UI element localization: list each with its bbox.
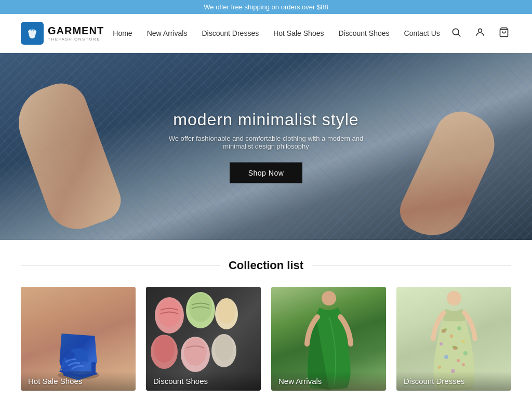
nav-hot-sale-shoes[interactable]: Hot Sale Shoes: [273, 29, 324, 37]
announcement-text: We offer free shipping on orders over $8…: [204, 3, 328, 11]
logo-text: GARMENT THEFASHIONSTORE: [48, 25, 104, 42]
svg-point-11: [189, 293, 212, 322]
search-icon: [451, 27, 461, 37]
svg-point-31: [438, 366, 441, 369]
nav-contact-us[interactable]: Contact Us: [404, 29, 440, 37]
nav-discount-shoes[interactable]: Discount Shoes: [338, 29, 389, 37]
sandals-icon: [146, 292, 240, 378]
card-label-hot-sale-shoes: Hot Sale Shoes: [21, 371, 136, 391]
hero-subtitle: We offer fashionable and comfortable clo…: [162, 135, 370, 150]
collection-card-new-arrivals[interactable]: New Arrivals: [271, 287, 386, 391]
svg-point-21: [447, 291, 461, 305]
nav-home[interactable]: Home: [113, 29, 132, 37]
main-nav: Home New Arrivals Discount Dresses Hot S…: [113, 29, 440, 37]
collection-card-hot-sale-shoes[interactable]: Hot Sale Shoes: [21, 287, 136, 391]
nav-new-arrivals[interactable]: New Arrivals: [147, 29, 188, 37]
collection-header-line-right: [312, 265, 511, 266]
svg-point-27: [462, 340, 465, 343]
collection-card-discount-dresses[interactable]: Discount Dresses: [396, 287, 511, 391]
svg-point-17: [184, 338, 207, 366]
logo-name: GARMENT: [48, 25, 104, 37]
svg-point-7: [64, 351, 75, 360]
account-icon: [475, 27, 485, 37]
svg-point-30: [463, 351, 468, 355]
svg-point-9: [158, 298, 181, 327]
collection-section: Collection list: [0, 240, 532, 399]
cart-icon: [499, 27, 509, 37]
nav-discount-dresses[interactable]: Discount Dresses: [202, 29, 259, 37]
svg-point-23: [450, 335, 453, 338]
header: GARMENT THEFASHIONSTORE Home New Arrival…: [0, 14, 532, 53]
svg-point-25: [440, 342, 443, 345]
svg-point-24: [457, 326, 461, 330]
svg-point-13: [218, 299, 235, 324]
logo-icon: [21, 22, 44, 45]
collection-card-discount-shoes[interactable]: Discount Shoes: [146, 287, 261, 391]
hero-content: modern minimalist style We offer fashion…: [162, 110, 370, 183]
hero-title: modern minimalist style: [162, 110, 370, 129]
header-icons: [449, 25, 511, 42]
svg-point-29: [457, 359, 460, 362]
announcement-bar: We offer free shipping on orders over $8…: [0, 0, 532, 14]
collection-grid: Hot Sale Shoes: [21, 287, 511, 391]
account-button[interactable]: [473, 25, 487, 42]
svg-point-3: [478, 29, 482, 32]
collection-header-line-left: [21, 265, 220, 266]
svg-point-20: [322, 291, 336, 305]
card-label-discount-dresses: Discount Dresses: [396, 371, 511, 391]
cart-button[interactable]: [497, 25, 511, 42]
search-button[interactable]: [449, 25, 463, 42]
svg-point-1: [453, 29, 459, 35]
hero-cta-button[interactable]: Shop Now: [230, 163, 303, 183]
collection-title: Collection list: [229, 259, 303, 272]
logo[interactable]: GARMENT THEFASHIONSTORE: [21, 22, 104, 45]
svg-point-28: [444, 355, 448, 359]
card-label-discount-shoes: Discount Shoes: [146, 371, 261, 391]
svg-point-19: [215, 335, 233, 361]
card-label-new-arrivals: New Arrivals: [271, 371, 386, 391]
svg-point-15: [154, 336, 175, 363]
logo-subtitle: THEFASHIONSTORE: [48, 37, 104, 42]
collection-header: Collection list: [21, 259, 511, 272]
svg-line-2: [458, 34, 461, 36]
svg-point-33: [462, 363, 465, 366]
hero-section: modern minimalist style We offer fashion…: [0, 53, 532, 240]
